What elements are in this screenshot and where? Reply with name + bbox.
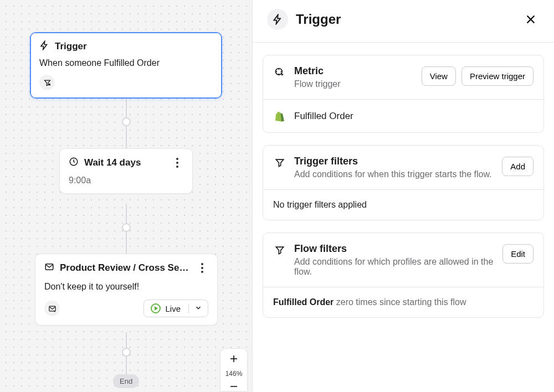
panel-title: Trigger	[296, 12, 513, 27]
zoom-in-button[interactable]	[220, 349, 247, 369]
panel-body: Metric Flow trigger View Preview trigger…	[253, 43, 554, 342]
svg-point-7	[201, 267, 203, 269]
flow-filters-block: Flow filters Add conditions for which pr…	[263, 233, 544, 318]
card-title: Trigger	[55, 41, 87, 52]
zoom-control: 146%	[220, 348, 248, 391]
mail-icon	[44, 262, 54, 274]
add-node-dot[interactable]	[122, 223, 131, 232]
trigger-card[interactable]: Trigger When someone Fulfilled Order	[30, 32, 222, 99]
trigger-filters-empty: No trigger filters applied	[263, 189, 543, 220]
status-select[interactable]: Live	[143, 300, 208, 317]
app-root: Trigger When someone Fulfilled Order Wai…	[0, 0, 554, 392]
svg-point-6	[201, 263, 203, 265]
add-node-dot[interactable]	[122, 117, 131, 126]
card-header: Wait 14 days	[69, 157, 183, 169]
inspector-panel: Trigger Metric Flow trigger Vi	[253, 0, 554, 392]
email-card[interactable]: Product Review / Cross Sell:... Don't ke…	[35, 254, 218, 326]
flow-filters-summary: Fulfilled Order zero times since startin…	[263, 287, 543, 317]
svg-point-4	[176, 166, 178, 168]
flow-end-pill: End	[113, 374, 139, 388]
bolt-icon	[39, 40, 49, 53]
wait-time: 9:00a	[69, 176, 183, 185]
add-trigger-filter-button[interactable]: Add	[502, 157, 534, 176]
flow-canvas[interactable]: Trigger When someone Fulfilled Order Wai…	[0, 0, 253, 392]
edit-flow-filter-button[interactable]: Edit	[502, 244, 534, 264]
card-header: Product Review / Cross Sell:...	[44, 262, 208, 274]
email-preview-text: Don't keep it to yourself!	[44, 282, 208, 292]
trigger-filters-block: Trigger filters Add conditions for when …	[263, 145, 544, 220]
more-options-button[interactable]	[171, 157, 183, 169]
play-icon	[151, 303, 161, 313]
trigger-description: When someone Fulfilled Order	[39, 58, 213, 68]
shopify-icon	[273, 110, 286, 122]
block-title: Trigger filters	[294, 156, 494, 167]
metric-value: Fulfilled Order	[294, 111, 353, 122]
close-button[interactable]	[521, 9, 541, 29]
bolt-icon	[267, 9, 288, 30]
panel-header: Trigger	[253, 0, 554, 43]
clock-icon	[69, 157, 79, 169]
zoom-level: 146%	[225, 369, 243, 381]
add-node-dot[interactable]	[122, 348, 131, 357]
preview-trigger-button[interactable]: Preview trigger	[461, 66, 534, 86]
block-description: Add conditions for which profiles are al…	[294, 257, 495, 277]
block-subtitle: Flow trigger	[294, 79, 414, 89]
filter-config-icon[interactable]	[39, 75, 55, 90]
block-description: Add conditions for when this trigger sta…	[294, 169, 494, 179]
more-options-button[interactable]	[196, 262, 208, 274]
chevron-down-icon	[188, 304, 202, 313]
svg-point-8	[201, 271, 203, 273]
metric-block: Metric Flow trigger View Preview trigger…	[263, 55, 544, 133]
preview-email-icon[interactable]	[44, 301, 60, 316]
card-header: Trigger	[39, 40, 213, 53]
summary-metric-name: Fulfilled Order	[273, 297, 334, 307]
cursor-metric-icon	[273, 65, 286, 78]
svg-point-2	[176, 158, 178, 160]
svg-point-0	[48, 83, 50, 85]
summary-rest: zero times since starting this flow	[334, 297, 466, 307]
zoom-out-button[interactable]	[220, 381, 247, 391]
block-title: Flow filters	[294, 243, 495, 255]
card-title: Product Review / Cross Sell:...	[60, 262, 191, 274]
status-label: Live	[165, 304, 181, 313]
wait-card[interactable]: Wait 14 days 9:00a	[59, 148, 193, 194]
filter-icon	[273, 243, 286, 256]
filter-icon	[273, 156, 286, 168]
block-title: Metric	[294, 65, 414, 77]
card-title: Wait 14 days	[84, 157, 141, 168]
view-button[interactable]: View	[422, 66, 456, 86]
svg-point-3	[176, 162, 178, 164]
